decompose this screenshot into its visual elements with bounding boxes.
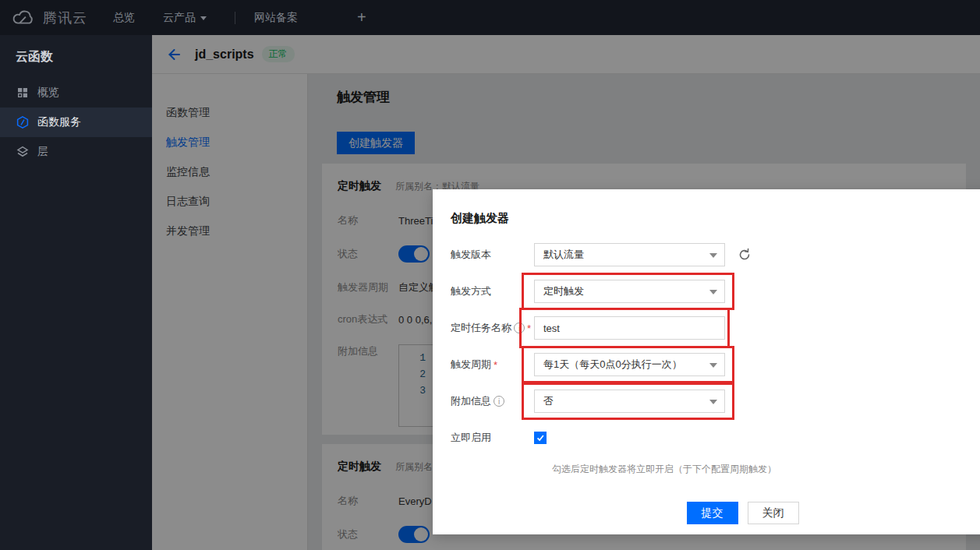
dialog-title: 创建触发器	[433, 189, 980, 226]
tencent-cloud-logo-icon	[11, 9, 37, 26]
enable-now-hint: 勾选后定时触发器将立即开启（于下个配置周期触发）	[552, 463, 980, 476]
add-tab-button[interactable]: +	[357, 9, 366, 26]
product-title: 云函数	[0, 35, 152, 78]
screen: 腾讯云 总览 云产品 网站备案 + 云函数 概览 函数服务	[0, 0, 980, 550]
product-sidebar: 云函数 概览 函数服务 层	[0, 35, 152, 550]
nav-divider	[235, 12, 235, 24]
form-row-trigger-method: 触发方式 定时触发	[451, 280, 980, 303]
info-icon[interactable]: i	[514, 323, 525, 333]
nav-item-label: 总览	[113, 11, 135, 25]
grid-icon	[16, 86, 30, 100]
info-icon[interactable]: i	[494, 396, 504, 407]
task-name-input[interactable]	[534, 316, 725, 340]
extra-info-select[interactable]: 否	[534, 390, 725, 413]
task-name-input-wrap	[534, 316, 725, 340]
sidebar-item-label: 层	[37, 145, 48, 159]
refresh-icon[interactable]	[738, 248, 752, 262]
nav-item-cloud-products[interactable]: 云产品	[163, 11, 207, 25]
nav-item-icp[interactable]: 网站备案	[254, 11, 298, 25]
sidebar-item-label: 函数服务	[37, 115, 81, 129]
layers-icon	[16, 145, 30, 159]
field-label: 立即启用	[451, 431, 534, 445]
extra-info-select-wrap: 否	[534, 390, 725, 413]
brand-label: 腾讯云	[43, 9, 87, 27]
field-label: 定时任务名称i*	[451, 321, 534, 335]
sidebar-item-label: 概览	[37, 86, 59, 100]
topnav: 腾讯云 总览 云产品 网站备案 +	[0, 0, 980, 35]
trigger-version-select-wrap: 默认流量	[534, 243, 725, 266]
submit-button[interactable]: 提交	[687, 502, 738, 524]
trigger-version-select[interactable]: 默认流量	[534, 243, 725, 266]
trigger-period-select-wrap: 每1天（每天0点0分执行一次）	[534, 353, 725, 376]
trigger-method-select[interactable]: 定时触发	[534, 280, 725, 303]
nav-item-label: 云产品	[163, 11, 196, 25]
check-icon	[536, 433, 545, 442]
field-label: 附加信息i	[451, 394, 534, 408]
required-mark: *	[527, 323, 531, 334]
field-label: 触发版本	[451, 248, 534, 262]
form-row-extra-info: 附加信息i 否	[451, 390, 980, 413]
chevron-down-icon	[200, 16, 207, 20]
field-label: 触发方式	[451, 284, 534, 298]
trigger-method-select-wrap: 定时触发	[534, 280, 725, 303]
brand[interactable]: 腾讯云	[11, 9, 87, 27]
create-trigger-dialog: 创建触发器 触发版本 默认流量 触发方式 定时触发	[433, 189, 980, 534]
form-row-trigger-version: 触发版本 默认流量	[451, 243, 980, 266]
form-row-trigger-period: 触发周期* 每1天（每天0点0分执行一次）	[451, 353, 980, 376]
function-hexagon-icon	[16, 115, 30, 129]
nav-item-label: 网站备案	[254, 11, 298, 25]
field-label: 触发周期*	[451, 358, 534, 372]
topnav-links: 总览 云产品 网站备案 +	[113, 9, 366, 26]
nav-item-overview[interactable]: 总览	[113, 11, 135, 25]
sidebar-item-function-service[interactable]: 函数服务	[0, 108, 152, 137]
dialog-form: 触发版本 默认流量 触发方式 定时触发 定时	[433, 243, 980, 476]
required-mark: *	[494, 359, 497, 371]
form-row-enable-now: 立即启用	[451, 426, 980, 450]
form-row-task-name: 定时任务名称i*	[451, 316, 980, 340]
sidebar-item-overview[interactable]: 概览	[0, 78, 152, 108]
sidebar-item-layers[interactable]: 层	[0, 137, 152, 167]
close-button[interactable]: 关闭	[748, 502, 799, 524]
trigger-period-select[interactable]: 每1天（每天0点0分执行一次）	[534, 353, 725, 376]
enable-now-checkbox-checked[interactable]	[534, 432, 547, 444]
dialog-footer: 提交 关闭	[433, 502, 980, 524]
